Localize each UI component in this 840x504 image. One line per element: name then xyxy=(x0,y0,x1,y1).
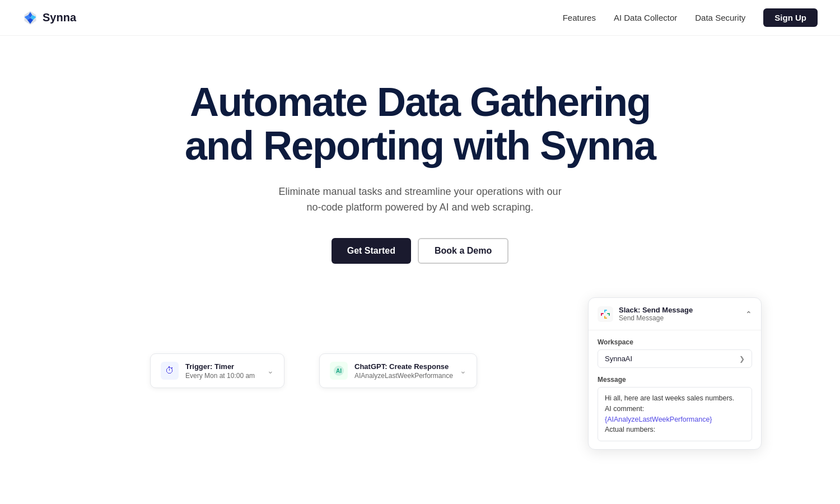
slack-panel: Slack: Send Message Send Message ⌃ Works… xyxy=(588,297,762,450)
chatgpt-card-subtitle: AIAnalyzeLastWeekPerformance xyxy=(354,372,453,380)
slack-logo-svg xyxy=(600,309,611,320)
workspace-label: Workspace xyxy=(598,338,752,346)
slack-panel-body: Workspace SynnaAI ❯ Message Hi all, here… xyxy=(589,330,761,449)
svg-rect-12 xyxy=(609,313,610,316)
logo-icon xyxy=(22,10,38,26)
slack-collapse-icon[interactable]: ⌃ xyxy=(745,310,752,319)
message-line2: AI comment: {AIAnalyzeLastWeekPerformanc… xyxy=(605,405,712,423)
svg-text:AI: AI xyxy=(336,368,342,374)
hero-section: Automate Data Gathering and Reporting wi… xyxy=(0,36,840,297)
logo-link[interactable]: Synna xyxy=(22,10,76,26)
workflow-card-timer: ⏱ Trigger: Timer Every Mon at 10:00 am ⌄ xyxy=(150,353,284,388)
hero-buttons: Get Started Book a Demo xyxy=(332,238,509,264)
timer-icon: ⏱ xyxy=(161,362,179,380)
hero-subtitle: Eliminate manual tasks and streamline yo… xyxy=(274,184,566,216)
slack-panel-subtitle: Send Message xyxy=(619,314,693,322)
workflow-card-chatgpt: AI ChatGPT: Create Response AIAnalyzeLas… xyxy=(319,353,477,388)
hero-title: Automate Data Gathering and Reporting wi… xyxy=(168,81,672,168)
chatgpt-card-text: ChatGPT: Create Response AIAnalyzeLastWe… xyxy=(354,362,453,380)
workspace-value: SynnaAI xyxy=(605,354,632,363)
svg-rect-10 xyxy=(604,310,607,311)
nav-links: Features AI Data Collector Data Security… xyxy=(563,8,818,27)
message-line1: Hi all, here are last weeks sales number… xyxy=(605,394,734,402)
message-label: Message xyxy=(598,376,752,384)
slack-message-box[interactable]: Hi all, here are last weeks sales number… xyxy=(598,387,752,441)
chatgpt-svg: AI xyxy=(333,365,345,377)
message-line3: Actual numbers: xyxy=(605,426,655,433)
slack-header-titles: Slack: Send Message Send Message xyxy=(619,306,693,322)
workspace-select-chevron: ❯ xyxy=(739,355,745,363)
slack-panel-header: Slack: Send Message Send Message ⌃ xyxy=(589,298,761,330)
navbar: Synna Features AI Data Collector Data Se… xyxy=(0,0,840,36)
workspace-select[interactable]: SynnaAI ❯ xyxy=(598,349,752,368)
message-tag: {AIAnalyzeLastWeekPerformance} xyxy=(605,416,712,423)
timer-card-chevron: ⌄ xyxy=(267,366,274,375)
demo-area: ⏱ Trigger: Timer Every Mon at 10:00 am ⌄… xyxy=(56,297,784,465)
slack-header-left: Slack: Send Message Send Message xyxy=(598,306,693,322)
chatgpt-card-title: ChatGPT: Create Response xyxy=(354,362,453,371)
chatgpt-icon: AI xyxy=(330,362,348,380)
nav-link-data-security[interactable]: Data Security xyxy=(695,13,745,22)
signup-button[interactable]: Sign Up xyxy=(763,8,818,27)
slack-panel-title: Slack: Send Message xyxy=(619,306,693,314)
nav-link-ai-data-collector[interactable]: AI Data Collector xyxy=(614,13,677,22)
logo-text: Synna xyxy=(43,11,76,24)
slack-icon xyxy=(598,306,613,322)
svg-rect-8 xyxy=(601,313,602,316)
get-started-button[interactable]: Get Started xyxy=(332,238,411,264)
timer-card-text: Trigger: Timer Every Mon at 10:00 am xyxy=(185,362,260,380)
chatgpt-card-chevron: ⌄ xyxy=(460,366,466,375)
svg-rect-14 xyxy=(604,318,607,319)
timer-card-subtitle: Every Mon at 10:00 am xyxy=(185,372,260,380)
book-demo-button[interactable]: Book a Demo xyxy=(418,238,508,264)
nav-link-features[interactable]: Features xyxy=(563,13,596,22)
timer-card-title: Trigger: Timer xyxy=(185,362,260,371)
